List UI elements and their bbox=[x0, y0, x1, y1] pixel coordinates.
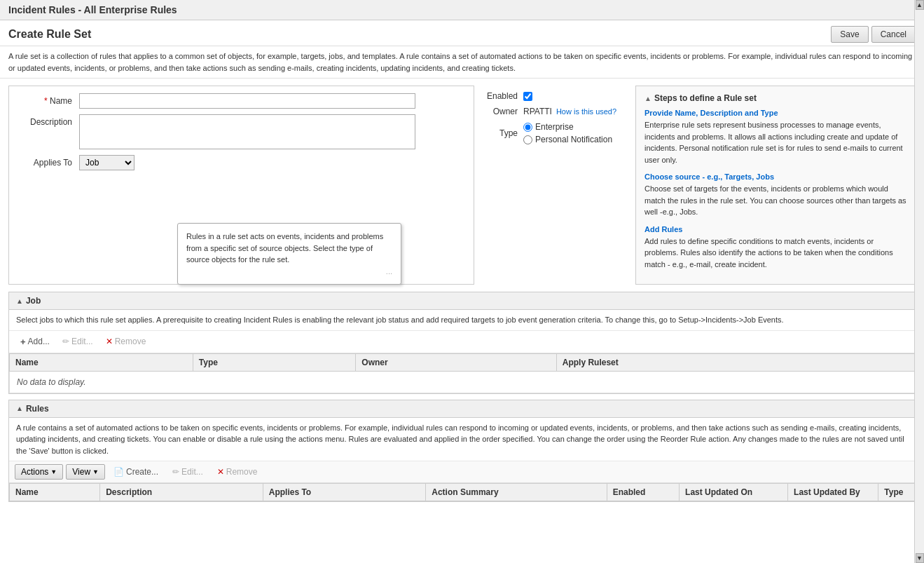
job-no-data: No data to display. bbox=[10, 371, 915, 393]
rules-section-header: ▲ Rules bbox=[9, 400, 915, 418]
step1-section: Provide Name, Description and Type Enter… bbox=[644, 109, 906, 165]
view-label: View bbox=[72, 467, 90, 477]
owner-value: RPATTI bbox=[523, 107, 552, 116]
scroll-down-button[interactable]: ▼ bbox=[916, 553, 924, 563]
description-input[interactable] bbox=[79, 114, 415, 149]
tooltip-text: Rules in a rule set acts on events, inci… bbox=[186, 232, 383, 264]
remove-button[interactable]: ✕ Remove bbox=[212, 465, 263, 479]
job-table: Name Type Owner Apply Ruleset No data to… bbox=[9, 353, 915, 393]
x-icon: ✕ bbox=[106, 337, 113, 346]
type-row: Type Enterprise Personal Notification bbox=[481, 122, 628, 144]
job-section-header: ▲ Job bbox=[9, 292, 915, 310]
rules-col-name: Name bbox=[10, 484, 100, 501]
job-triangle-icon: ▲ bbox=[16, 297, 23, 305]
page-icon: 📄 bbox=[113, 467, 124, 477]
enabled-row: Enabled bbox=[481, 91, 628, 101]
scrollbar[interactable]: ▲ ▼ bbox=[914, 0, 924, 563]
job-section: ▲ Job Select jobs to which this rule set… bbox=[8, 292, 916, 394]
type-label: Type bbox=[481, 128, 523, 138]
rules-table-header: Name Description Applies To Action Summa… bbox=[10, 484, 915, 501]
rules-col-type: Type bbox=[878, 484, 915, 501]
rules-table: Name Description Applies To Action Summa… bbox=[9, 483, 915, 501]
description-text: A rule set is a collection of rules that… bbox=[8, 52, 912, 72]
job-add-button[interactable]: + Add... bbox=[15, 334, 55, 349]
job-no-data-row: No data to display. bbox=[10, 371, 915, 393]
step3-heading: Add Rules bbox=[644, 225, 906, 233]
save-button[interactable]: Save bbox=[831, 26, 868, 43]
applies-to-label: Applies To bbox=[16, 158, 79, 168]
actions-arrow-icon: ▼ bbox=[50, 468, 57, 475]
name-row: Name bbox=[16, 93, 467, 109]
enabled-label: Enabled bbox=[481, 91, 523, 101]
step3-text: Add rules to define specific conditions … bbox=[644, 236, 906, 271]
rules-col-last-updated-by: Last Updated By bbox=[788, 484, 878, 501]
middle-form: Enabled Owner RPATTI How is this used? T… bbox=[481, 86, 628, 285]
enabled-checkbox[interactable] bbox=[523, 92, 532, 101]
step1-heading: Provide Name, Description and Type bbox=[644, 109, 906, 117]
rules-col-applies-to: Applies To bbox=[263, 484, 426, 501]
job-section-desc: Select jobs to which this rule set appli… bbox=[9, 310, 915, 331]
enterprise-label: Enterprise bbox=[535, 122, 574, 132]
actions-label: Actions bbox=[21, 467, 48, 477]
rules-desc-text: A rule contains a set of automated actio… bbox=[16, 423, 904, 455]
rules-actions-bar: Actions ▼ View ▼ 📄 Create... ✏ Edit... ✕… bbox=[9, 461, 915, 483]
edit-pencil-icon: ✏ bbox=[172, 467, 179, 477]
job-section-title: Job bbox=[26, 296, 41, 306]
job-col-name: Name bbox=[10, 353, 193, 371]
type-radio-group: Enterprise Personal Notification bbox=[523, 122, 612, 144]
steps-panel: ▲ Steps to define a Rule set Provide Nam… bbox=[635, 86, 916, 285]
job-table-wrapper: Name Type Owner Apply Ruleset No data to… bbox=[9, 353, 915, 393]
job-toolbar: + Add... ✏ Edit... ✕ Remove bbox=[9, 331, 915, 353]
tooltip-box: Rules in a rule set acts on events, inci… bbox=[177, 223, 401, 285]
steps-triangle-icon: ▲ bbox=[644, 95, 651, 102]
actions-dropdown-button[interactable]: Actions ▼ bbox=[15, 464, 63, 480]
job-col-apply: Apply Ruleset bbox=[556, 353, 914, 371]
rules-section: ▲ Rules A rule contains a set of automat… bbox=[8, 400, 916, 503]
step3-section: Add Rules Add rules to define specific c… bbox=[644, 225, 906, 271]
applies-to-select[interactable]: Job Target Template bbox=[79, 155, 135, 170]
owner-row: Owner RPATTI How is this used? bbox=[481, 107, 628, 116]
scroll-up-button[interactable]: ▲ bbox=[916, 0, 924, 10]
how-is-this-used-link[interactable]: How is this used? bbox=[556, 107, 616, 116]
rules-col-enabled: Enabled bbox=[607, 484, 679, 501]
applies-to-row: Applies To Job Target Template bbox=[16, 155, 467, 170]
step2-text: Choose set of targets for the events, in… bbox=[644, 183, 906, 218]
step2-section: Choose source - e.g., Targets, Jobs Choo… bbox=[644, 172, 906, 218]
personal-label: Personal Notification bbox=[535, 135, 612, 144]
step1-text: Enterprise rule sets represent business … bbox=[644, 119, 906, 165]
name-input[interactable] bbox=[79, 93, 415, 109]
rules-table-wrapper: Name Description Applies To Action Summa… bbox=[9, 483, 915, 501]
job-desc-text: Select jobs to which this rule set appli… bbox=[16, 316, 784, 324]
pencil-icon: ✏ bbox=[62, 337, 69, 346]
create-button[interactable]: 📄 Create... bbox=[108, 465, 164, 479]
owner-label: Owner bbox=[481, 107, 523, 116]
view-arrow-icon: ▼ bbox=[92, 468, 99, 475]
view-dropdown-button[interactable]: View ▼ bbox=[66, 464, 105, 480]
step2-heading: Choose source - e.g., Targets, Jobs bbox=[644, 172, 906, 181]
description-label: Description bbox=[16, 114, 79, 127]
job-edit-button[interactable]: ✏ Edit... bbox=[57, 334, 99, 348]
personal-radio[interactable] bbox=[523, 135, 532, 144]
enterprise-radio[interactable] bbox=[523, 123, 532, 132]
edit-button[interactable]: ✏ Edit... bbox=[167, 465, 209, 479]
enterprise-radio-row: Enterprise bbox=[523, 122, 612, 132]
rules-triangle-icon: ▲ bbox=[16, 405, 23, 412]
header-buttons: Save Cancel bbox=[831, 26, 916, 43]
form-panel: Name Description Applies To Job Target T… bbox=[8, 86, 474, 285]
rules-section-title: Rules bbox=[26, 404, 49, 414]
job-col-type: Type bbox=[193, 353, 356, 371]
job-remove-button[interactable]: ✕ Remove bbox=[100, 334, 152, 348]
main-form-area: Name Description Applies To Job Target T… bbox=[0, 79, 924, 292]
rules-col-last-updated-on: Last Updated On bbox=[680, 484, 788, 501]
page-wrapper: Incident Rules - All Enterprise Rules Cr… bbox=[0, 0, 924, 563]
page-title: Create Rule Set bbox=[8, 28, 91, 41]
cancel-button[interactable]: Cancel bbox=[871, 26, 916, 43]
breadcrumb: Incident Rules - All Enterprise Rules bbox=[8, 4, 177, 15]
plus-icon: + bbox=[20, 337, 26, 347]
rules-col-description: Description bbox=[100, 484, 263, 501]
page-description: A rule set is a collection of rules that… bbox=[0, 46, 924, 79]
steps-title-text: Steps to define a Rule set bbox=[654, 93, 757, 103]
steps-title: ▲ Steps to define a Rule set bbox=[644, 93, 906, 103]
job-table-header: Name Type Owner Apply Ruleset bbox=[10, 353, 915, 371]
rules-section-desc: A rule contains a set of automated actio… bbox=[9, 418, 915, 462]
